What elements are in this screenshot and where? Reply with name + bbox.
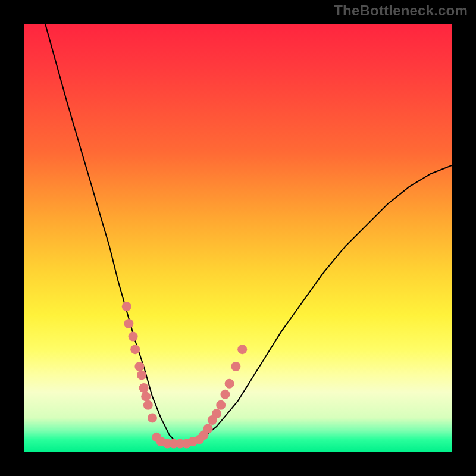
sample-dot [141,392,151,401]
sample-dot [139,383,149,393]
sample-dot [124,319,133,328]
sample-dot [137,370,146,380]
sample-dot [134,362,144,371]
sample-dots-group [122,302,247,448]
sample-dot [225,379,234,389]
sample-dot [129,332,138,342]
sample-dot [203,424,213,433]
sample-dot [212,409,221,418]
bottleneck-curve [45,24,452,444]
sample-dot [122,302,131,311]
sample-dot [148,413,157,422]
sample-dot [237,345,247,354]
sample-dot [216,400,226,410]
chart-svg [24,24,452,452]
plot-area [24,24,452,452]
sample-dot [130,345,140,354]
sample-dot [231,362,240,371]
sample-dot [143,400,153,410]
sample-dot [220,390,230,399]
watermark-text: TheBottleneck.com [334,2,468,19]
chart-frame: TheBottleneck.com [0,0,476,476]
